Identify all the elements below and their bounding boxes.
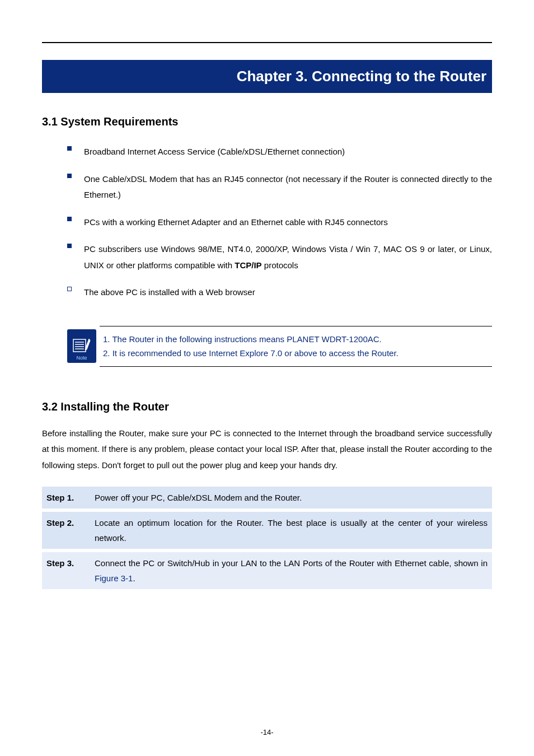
step-label: Step 3. — [42, 552, 90, 589]
step-label: Step 1. — [42, 487, 90, 508]
section-3-2-intro: Before installing the Router, make sure … — [42, 426, 492, 474]
step-text-part: . — [133, 573, 135, 583]
note-line: 1. The Router in the following instructi… — [103, 332, 489, 347]
note-icon: Note — [67, 329, 96, 363]
req-text: PCs with a working Ethernet Adapter and … — [84, 217, 388, 227]
req-text: protocols — [262, 260, 298, 270]
note-text: 1. The Router in the following instructi… — [100, 326, 492, 367]
step-text: Connect the PC or Switch/Hub in your LAN… — [90, 552, 492, 589]
notepad-icon — [72, 338, 91, 353]
bullet-icon — [67, 174, 72, 178]
svg-rect-0 — [73, 339, 86, 352]
requirements-list: Broadband Internet Access Service (Cable… — [67, 138, 492, 306]
bullet-icon — [67, 287, 72, 291]
step-row: Step 1. Power off your PC, Cable/xDSL Mo… — [42, 487, 492, 508]
section-3-1-heading: 3.1 System Requirements — [42, 115, 492, 128]
bullet-icon — [67, 146, 72, 151]
note-line: 2. It is recommended to use Internet Exp… — [103, 346, 489, 361]
note-label: Note — [76, 355, 87, 361]
step-text: Power off your PC, Cable/xDSL Modem and … — [90, 487, 492, 508]
figure-reference: Figure 3-1 — [95, 573, 133, 583]
page-number: -14- — [0, 728, 534, 736]
step-text: Locate an optimum location for the Route… — [90, 512, 492, 549]
req-item: One Cable/xDSL Modem that has an RJ45 co… — [67, 166, 492, 209]
req-item: The above PC is installed with a Web bro… — [67, 279, 492, 306]
req-item: PCs with a working Ethernet Adapter and … — [67, 209, 492, 236]
section-3-2-heading: 3.2 Installing the Router — [42, 400, 492, 413]
req-text-bold: TCP/IP — [235, 260, 261, 270]
bullet-icon — [67, 244, 72, 248]
note-block: Note 1. The Router in the following inst… — [67, 326, 492, 367]
top-rule — [42, 42, 492, 43]
step-text-part: Connect the PC or Switch/Hub in your LAN… — [95, 558, 488, 568]
req-item: Broadband Internet Access Service (Cable… — [67, 138, 492, 166]
chapter-title: Chapter 3. Connecting to the Router — [42, 60, 492, 93]
req-item: PC subscribers use Windows 98/ME, NT4.0,… — [67, 236, 492, 279]
req-text: The above PC is installed with a Web bro… — [84, 287, 255, 297]
req-text: One Cable/xDSL Modem that has an RJ45 co… — [84, 174, 492, 200]
document-page: Chapter 3. Connecting to the Router 3.1 … — [0, 0, 534, 756]
step-row: Step 2. Locate an optimum location for t… — [42, 512, 492, 549]
req-text: Broadband Internet Access Service (Cable… — [84, 147, 345, 156]
bullet-icon — [67, 217, 72, 221]
steps-table: Step 1. Power off your PC, Cable/xDSL Mo… — [42, 483, 492, 592]
step-row: Step 3. Connect the PC or Switch/Hub in … — [42, 552, 492, 589]
step-label: Step 2. — [42, 512, 90, 549]
